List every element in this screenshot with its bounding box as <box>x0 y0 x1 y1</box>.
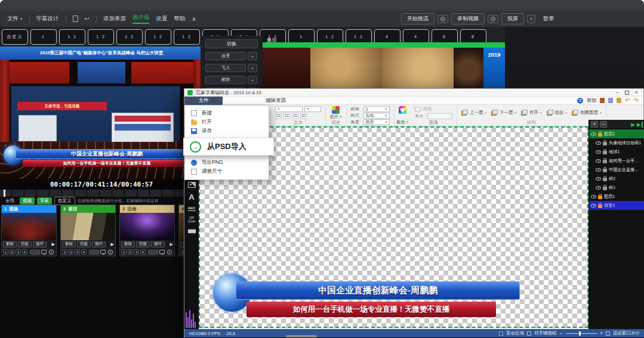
zoom-slider[interactable] <box>566 333 597 334</box>
record-video-button[interactable]: 录制视频 <box>451 13 485 24</box>
maximize-button[interactable] <box>625 91 629 95</box>
lock-icon[interactable] <box>598 133 602 137</box>
fill-image-button[interactable]: 图片▾ <box>330 114 342 120</box>
stroke-width-select[interactable]: 0▾ <box>363 106 390 112</box>
scene-switch-button[interactable]: 切换 <box>136 241 150 247</box>
paste-icon[interactable] <box>617 98 621 103</box>
zoom-in-button[interactable]: + <box>600 331 603 336</box>
menu-add-source[interactable]: 添加来源 <box>103 15 126 23</box>
size-field[interactable] <box>427 113 452 119</box>
channel-2-button[interactable]: 2 <box>10 249 15 255</box>
program-preview[interactable]: 互媒导流，引流话题 2019第三届中国广电“融媒体中心”改革实战峰会 马栏山大讲… <box>0 46 203 179</box>
eye-icon[interactable] <box>591 204 596 207</box>
cut-icon[interactable] <box>600 98 605 103</box>
fit-window-button[interactable]: 适应窗口大小 <box>613 330 640 336</box>
cast-button[interactable]: 投屏 <box>501 13 524 24</box>
source-tab[interactable]: 自定义 <box>54 197 75 205</box>
lock-icon[interactable] <box>603 169 607 172</box>
lock-icon[interactable] <box>603 160 607 163</box>
scene-card[interactable]: 1 现场 删除 切换 循环 ▶ 1 2 3 4 <box>1 204 57 256</box>
source-tab[interactable]: 视频 <box>20 197 35 204</box>
channel-3-button[interactable]: 3 <box>75 249 80 255</box>
close-button[interactable]: × <box>635 89 638 95</box>
channel-2-button[interactable]: 2 <box>128 249 133 255</box>
redo-icon[interactable]: ↷ <box>634 97 639 104</box>
scene-header[interactable]: 2 采访 <box>61 205 115 213</box>
transition-button[interactable]: 飞入 <box>205 64 246 72</box>
login-button[interactable]: 登录 <box>543 15 554 23</box>
menu-item-export-png[interactable]: ←导出PNG <box>185 158 269 167</box>
stroke-style-select[interactable]: 实线▾ <box>363 113 390 119</box>
scene-delete-button[interactable]: 删除 <box>62 241 76 247</box>
app-titlebar[interactable] <box>0 0 644 11</box>
timeline-strip[interactable] <box>0 190 203 197</box>
arrange-button[interactable]: 上一层 <box>461 110 486 116</box>
layer-row[interactable]: 图层1 <box>589 129 644 138</box>
media-thumb-map-1[interactable] <box>310 48 382 88</box>
scene-switch-button[interactable]: 切换 <box>77 241 91 247</box>
resize-handle[interactable] <box>286 335 317 337</box>
align-center-icon[interactable] <box>284 113 290 119</box>
scene-thumbnail[interactable] <box>2 213 56 240</box>
scene-header[interactable]: 1 现场 <box>2 205 56 213</box>
eye-icon[interactable] <box>591 195 596 199</box>
menu-caption-design[interactable]: 字幕设计 <box>36 15 59 23</box>
layer-row[interactable]: 头像地球仪动画1 <box>589 138 644 147</box>
color-picker-icon[interactable] <box>399 106 406 114</box>
menu-item-new[interactable]: 新建 <box>185 108 269 117</box>
scene-play-icon[interactable]: ▶ <box>52 242 55 247</box>
chevron-down-icon[interactable]: ▾ <box>248 64 257 72</box>
qr-code-tool-icon[interactable]: QR Code <box>185 216 198 224</box>
layout-template-button[interactable]: 1 2 <box>116 29 143 45</box>
layout-template-button[interactable]: 1 2 <box>59 29 85 45</box>
start-stream-button[interactable]: 开始推流 <box>401 13 435 24</box>
scene-thumbnail[interactable] <box>61 213 115 240</box>
menu-item-save[interactable]: 保存 <box>185 126 269 135</box>
arrange-button[interactable]: 下一层 <box>491 110 516 116</box>
safe-area-toggle[interactable]: 安全区域 <box>506 330 524 336</box>
scene-thumbnail[interactable] <box>120 213 174 240</box>
caption-tool-icon[interactable]: ABC <box>188 206 196 211</box>
undo-icon[interactable]: ↩ <box>85 15 90 22</box>
record-settings-button[interactable] <box>488 15 498 23</box>
playhead[interactable] <box>4 190 5 197</box>
monitor-icon[interactable] <box>41 250 47 254</box>
layer-row[interactable]: 框2 <box>589 174 644 183</box>
eye-icon[interactable] <box>596 150 601 154</box>
scene-play-icon[interactable]: ▶ <box>111 242 114 247</box>
lock-icon[interactable] <box>603 178 607 181</box>
align-left-icon[interactable] <box>275 113 282 119</box>
channel-4-button[interactable]: 4 <box>22 249 27 255</box>
scene-volume-control[interactable] <box>89 250 99 255</box>
channel-2-button[interactable]: 2 <box>69 249 74 255</box>
stroke-angle-select[interactable]: 圆形▾ <box>363 119 390 125</box>
scene-loop-button[interactable]: 循环 <box>151 241 165 247</box>
layout-template-button[interactable]: 1 <box>30 29 57 45</box>
fit-window-icon[interactable] <box>606 331 610 336</box>
eye-icon[interactable] <box>596 168 601 172</box>
gear-icon[interactable] <box>167 250 172 255</box>
play-icon[interactable]: ▶ <box>631 122 635 128</box>
gear-icon[interactable] <box>49 250 54 255</box>
layer-row[interactable]: 中国企业直播创新峰会-周鹏鹏1 <box>589 165 644 174</box>
scene-delete-button[interactable]: 删除 <box>3 241 17 247</box>
scene-loop-button[interactable]: 循环 <box>92 241 106 247</box>
lock-icon[interactable] <box>598 204 602 208</box>
layer-row[interactable]: 如何用一台手机做一场专业直播1 <box>589 156 644 165</box>
safe-area-icon[interactable] <box>499 331 503 336</box>
copy-icon[interactable] <box>608 98 613 103</box>
zoom-slider-thumb[interactable] <box>579 331 581 336</box>
eye-icon[interactable] <box>596 159 601 163</box>
layer-row[interactable]: 地球1 <box>589 147 644 156</box>
remove-layer-button[interactable]: − <box>600 121 607 128</box>
media-thumb-poster[interactable]: 2019 <box>483 48 505 88</box>
layout-template-button[interactable]: 1 2 <box>174 29 200 45</box>
text-tool-icon[interactable]: A <box>189 193 194 201</box>
channel-3-button[interactable]: 3 <box>134 249 139 255</box>
eye-icon[interactable] <box>596 177 601 181</box>
lock-icon[interactable] <box>603 151 607 154</box>
arrange-button[interactable]: 对齐 <box>521 110 542 116</box>
monitor-icon[interactable] <box>159 250 165 254</box>
gear-icon[interactable] <box>108 250 113 255</box>
text-style-icon[interactable] <box>300 113 307 119</box>
